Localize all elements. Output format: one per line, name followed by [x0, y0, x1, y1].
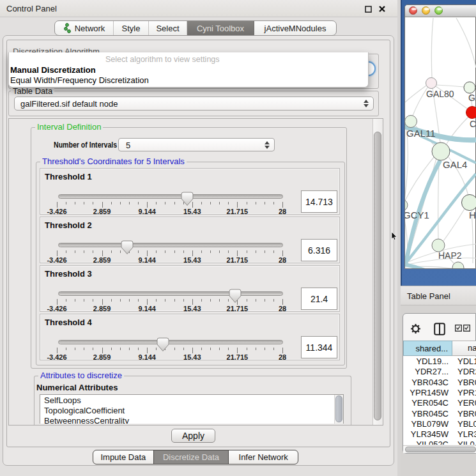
network-edge[interactable] — [436, 85, 464, 87]
dropdown-option-manual-discretization[interactable]: Manual Discretization — [10, 65, 96, 75]
table-header-name[interactable]: na — [468, 343, 476, 353]
network-node-h[interactable] — [462, 195, 476, 211]
slider-track[interactable] — [58, 194, 283, 199]
table-row[interactable]: YDR27...YDR2 — [403, 367, 476, 378]
numerical-attributes-list[interactable]: SelfLoopsTopologicalCoefficientBetweenne… — [40, 394, 344, 424]
attribute-item[interactable]: SelfLoops — [44, 395, 81, 405]
slider-scale-label: 21.715 — [227, 208, 249, 215]
slider-scale-label: -3.426 — [47, 256, 66, 264]
slider-tick — [282, 250, 283, 256]
slider-tick — [129, 299, 130, 302]
table-row[interactable]: YBR043CYBR0 — [403, 378, 476, 388]
table-row[interactable]: YBR045CYBR0 — [403, 409, 476, 420]
slider-tick — [57, 250, 58, 256]
tab-cyni-toolbox[interactable]: Cyni Toolbox — [187, 21, 254, 35]
slider-tick — [93, 348, 93, 350]
tab-impute-data[interactable]: Impute Data — [93, 450, 154, 464]
network-node[interactable] — [452, 262, 464, 268]
table-header-shared-name[interactable]: shared... — [403, 341, 452, 356]
network-node-gal11[interactable] — [405, 116, 417, 128]
slider-tick — [147, 299, 148, 305]
network-canvas[interactable]: GAL80GACGAL11GAL4GCY1HHAP2 — [405, 18, 476, 268]
slider-scale-label: 21.715 — [227, 305, 249, 312]
tab-jactivemnodules[interactable]: jActiveMNodules — [254, 21, 336, 35]
threshold-value-field[interactable]: 6.316 — [301, 239, 337, 261]
dropdown-prompt-item[interactable]: Select algorithm to view settings — [105, 55, 220, 64]
tab-style[interactable]: Style — [114, 21, 149, 35]
slider-handle[interactable] — [157, 337, 169, 352]
slider-track[interactable] — [58, 243, 283, 247]
threshold-value-field[interactable]: 14.713 — [301, 190, 337, 213]
cell-name: YLR3 — [457, 429, 476, 439]
slider-tick — [129, 202, 130, 204]
network-edge[interactable] — [405, 86, 426, 102]
slider-tick — [102, 348, 103, 353]
tab-discretize-data[interactable]: Discretize Data — [154, 450, 229, 464]
slider-tick — [138, 250, 139, 253]
scrollbar-thumb[interactable] — [374, 132, 381, 420]
table-panel-title: Table Panel — [407, 291, 450, 301]
window-close-light[interactable] — [409, 6, 417, 15]
top-tab-bar: NetworkStyleSelectCyni ToolboxjActiveMNo… — [54, 20, 337, 36]
split-table-icon[interactable] — [434, 323, 445, 335]
slider-tick — [138, 348, 139, 350]
window-minimize-light[interactable] — [422, 6, 430, 15]
table-row[interactable]: YDL19...YDL1 — [403, 357, 476, 367]
tab-network[interactable]: Network — [55, 21, 114, 35]
table-hscrollbar-thumb[interactable] — [405, 447, 476, 452]
slider-handle[interactable] — [181, 192, 194, 206]
slider-tick — [183, 299, 184, 302]
window-zoom-light[interactable] — [434, 6, 443, 15]
select-columns-icon[interactable] — [455, 325, 470, 332]
network-edge[interactable] — [431, 18, 433, 77]
table-row[interactable]: YIL052CYIL0 — [403, 440, 476, 445]
threshold-value-field[interactable]: 21.4 — [301, 288, 337, 310]
table-row[interactable]: YBL079WYBL0 — [403, 419, 476, 430]
table-row[interactable]: YLR345WYLR3 — [403, 429, 476, 440]
tab-infer-network[interactable]: Infer Network — [229, 450, 298, 464]
dropdown-option-equal-width[interactable]: Equal Width/Frequency Discretization — [10, 75, 149, 85]
network-node-c[interactable] — [466, 107, 476, 119]
float-window-icon[interactable] — [365, 6, 372, 13]
close-icon[interactable] — [378, 5, 386, 13]
slider-track[interactable] — [58, 340, 283, 344]
table-row[interactable]: YER054CYER0 — [403, 398, 476, 409]
slider-tick — [265, 202, 265, 204]
network-edge[interactable] — [413, 88, 427, 116]
network-node-ga[interactable] — [464, 82, 475, 93]
slider-handle[interactable] — [121, 240, 134, 255]
slider-tick — [120, 299, 121, 302]
gear-icon[interactable] — [410, 323, 421, 334]
tab-select[interactable]: Select — [149, 21, 187, 35]
slider-tick — [102, 250, 103, 256]
threshold-label: Threshold 3 — [45, 269, 92, 279]
table-row[interactable]: YPR145WYPR1 — [403, 388, 476, 399]
threshold-value-field[interactable]: 11.344 — [301, 336, 337, 358]
attributes-list-scrollbar-thumb[interactable] — [335, 395, 342, 422]
slider-tick — [192, 250, 193, 256]
slider-tick — [156, 250, 157, 253]
network-edge[interactable] — [456, 18, 476, 68]
attribute-item[interactable]: TopologicalCoefficient — [44, 406, 125, 415]
network-node-hap2[interactable] — [432, 239, 445, 252]
network-edge[interactable] — [443, 209, 464, 241]
attribute-item[interactable]: BetweennessCentrality — [44, 416, 129, 424]
slider-handle[interactable] — [229, 289, 242, 303]
network-node-gal4[interactable] — [432, 142, 450, 160]
network-edge[interactable] — [438, 160, 439, 239]
slider-scale-label: 28 — [279, 208, 286, 215]
network-node-gal80[interactable] — [426, 78, 437, 89]
network-node-label: GA — [468, 93, 476, 103]
slider-scale-label: 15.43 — [183, 305, 201, 312]
cell-name: YDR2 — [457, 367, 476, 376]
network-node-label: C — [470, 119, 476, 129]
slider-tick — [247, 299, 247, 302]
number-of-intervals-spinner[interactable]: 5 — [118, 138, 275, 151]
slider-track[interactable] — [58, 291, 283, 296]
table-data-combobox[interactable]: galFiltered.sif default node — [14, 96, 374, 111]
apply-button[interactable]: Apply — [171, 429, 215, 443]
slider-tick — [75, 348, 75, 350]
slider-tick — [282, 202, 283, 208]
spinner-stepper-icon — [265, 141, 270, 150]
cell-shared-name: YER054C — [403, 398, 449, 408]
